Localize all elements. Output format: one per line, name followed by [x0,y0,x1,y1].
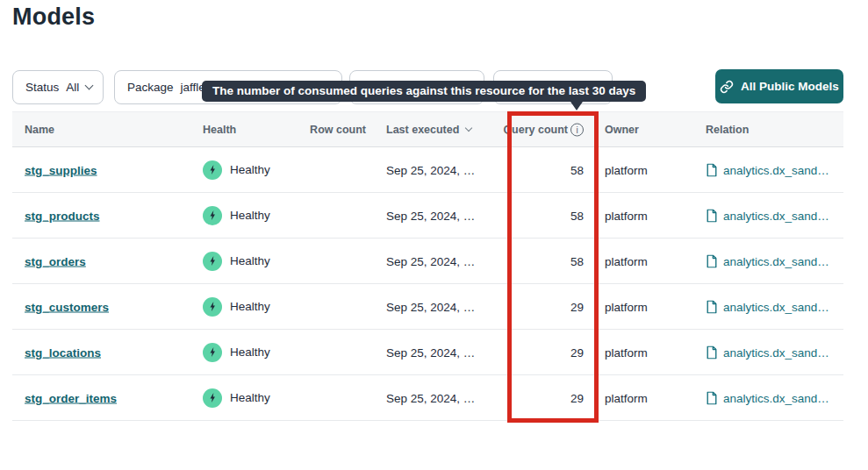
column-header-owner: Owner [605,124,701,136]
table-body: stg_supplies Healthy Sep 25, 2024, … 58 … [12,147,843,421]
model-name-link[interactable]: stg_products [25,209,100,222]
column-header-relation: Relation [706,124,843,136]
health-status-label: Healthy [230,209,270,222]
relation-label: analytics.dx_sand… [723,254,829,267]
health-cell: Healthy [203,388,308,408]
status-filter-label: Status [25,81,59,94]
health-cell: Healthy [203,252,308,271]
health-status-label: Healthy [230,345,270,359]
health-cell: Healthy [203,160,308,180]
tooltip-caret [569,99,585,110]
all-public-models-label: All Public Models [741,80,839,93]
page-title: Models [12,4,95,31]
document-icon [706,391,718,404]
models-table: Name Health Row count Last executed Quer… [12,111,843,421]
query-count-cell: 29 [486,391,584,404]
owner-cell: platform [605,300,701,313]
query-count-cell: 58 [486,163,584,176]
model-name-link[interactable]: stg_order_items [25,391,117,404]
table-row: stg_customers Healthy Sep 25, 2024, … 29… [12,284,843,330]
table-row: stg_order_items Healthy Sep 25, 2024, … … [12,375,843,421]
document-icon [706,209,718,222]
status-filter-value: All [66,81,79,94]
model-name-link[interactable]: stg_supplies [25,163,97,176]
owner-cell: platform [605,163,701,176]
relation-link[interactable]: analytics.dx_sand… [706,254,829,267]
relation-link[interactable]: analytics.dx_sand… [706,391,829,404]
table-header-row: Name Health Row count Last executed Quer… [12,111,843,147]
table-row: stg_products Healthy Sep 25, 2024, … 58 … [12,193,843,239]
column-header-query-count: Query counti [486,123,584,136]
healthy-bolt-badge-icon [203,388,222,408]
health-cell: Healthy [203,297,308,317]
last-executed-label: Last executed [386,124,459,136]
table-row: stg_supplies Healthy Sep 25, 2024, … 58 … [12,147,843,193]
healthy-bolt-badge-icon [203,206,222,225]
health-status-label: Healthy [230,163,270,176]
healthy-bolt-badge-icon [203,297,222,317]
relation-label: analytics.dx_sand… [723,345,829,359]
model-name-link[interactable]: stg_orders [25,254,86,267]
model-name-link[interactable]: stg_locations [25,345,101,359]
link-icon [720,80,734,94]
query-count-cell: 58 [486,209,584,222]
query-count-cell: 58 [486,254,584,267]
relation-link[interactable]: analytics.dx_sand… [706,209,829,222]
package-filter-label: Package [127,81,174,94]
health-status-label: Healthy [230,300,270,313]
health-cell: Healthy [203,206,308,225]
document-icon [706,300,718,313]
relation-label: analytics.dx_sand… [723,209,829,222]
query-count-cell: 29 [486,300,584,313]
owner-cell: platform [605,209,701,222]
relation-label: analytics.dx_sand… [723,391,829,404]
document-icon [706,163,718,176]
table-row: stg_locations Healthy Sep 25, 2024, … 29… [12,330,843,375]
health-status-label: Healthy [230,254,270,267]
owner-cell: platform [605,345,701,359]
owner-cell: platform [605,254,701,267]
status-filter-dropdown[interactable]: Status All [12,70,104,104]
column-header-name: Name [25,124,191,136]
chevron-down-icon [85,82,94,90]
owner-cell: platform [605,391,701,404]
relation-label: analytics.dx_sand… [723,163,829,176]
relation-link[interactable]: analytics.dx_sand… [706,300,829,313]
column-header-row-count: Row count [284,124,366,136]
health-cell: Healthy [203,343,308,362]
relation-link[interactable]: analytics.dx_sand… [706,345,829,359]
query-count-label: Query count [503,123,568,135]
healthy-bolt-badge-icon [203,160,222,180]
info-icon[interactable]: i [570,123,584,136]
relation-link[interactable]: analytics.dx_sand… [706,163,829,176]
model-name-link[interactable]: stg_customers [25,300,109,313]
relation-label: analytics.dx_sand… [723,300,829,313]
query-count-cell: 29 [486,345,584,359]
health-status-label: Healthy [230,391,270,404]
document-icon [706,345,718,359]
healthy-bolt-badge-icon [203,343,222,362]
table-row: stg_orders Healthy Sep 25, 2024, … 58 pl… [12,239,843,284]
sort-chevron-icon [465,125,472,132]
document-icon [706,254,718,267]
all-public-models-button[interactable]: All Public Models [715,69,843,103]
healthy-bolt-badge-icon [203,252,222,271]
